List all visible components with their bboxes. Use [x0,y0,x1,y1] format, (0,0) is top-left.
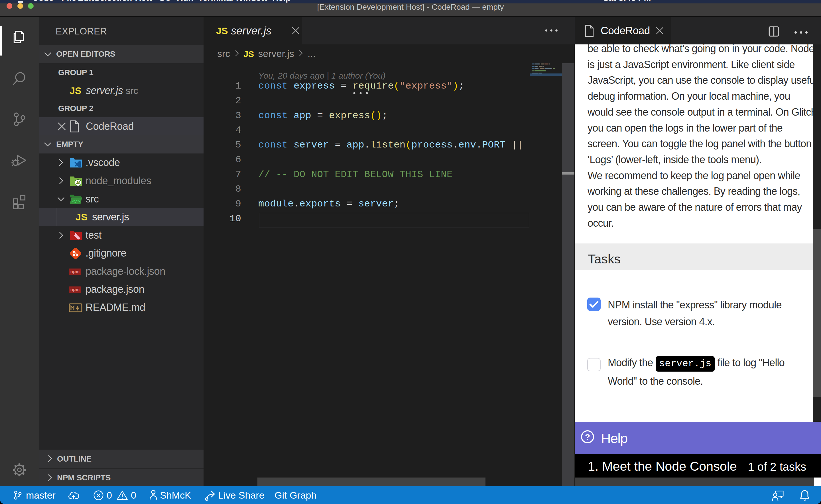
svg-text:JS: JS [76,181,80,185]
svg-text:</>: </> [72,199,80,204]
svg-text:?: ? [585,432,590,442]
